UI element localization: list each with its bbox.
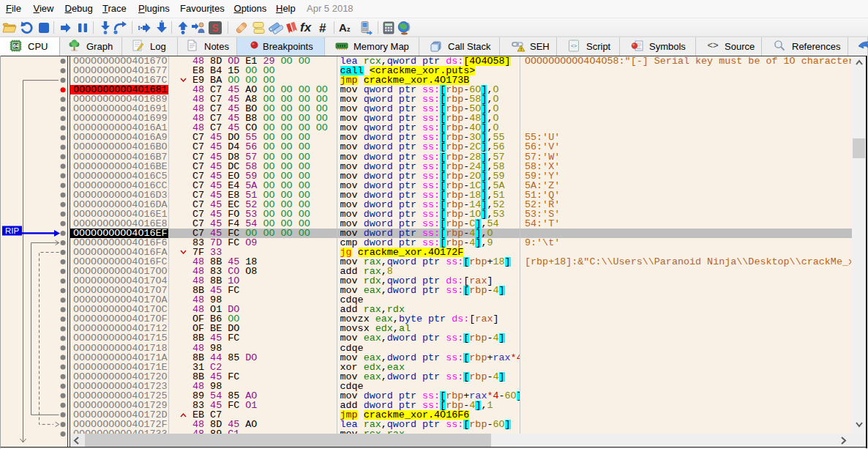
svg-text:RIP: RIP [5,226,20,235]
svg-text:S: S [212,22,218,34]
svg-text:#: # [319,21,326,35]
svg-text:<>: <> [571,43,577,48]
svg-text:<>: <> [707,40,718,51]
svg-text:A: A [339,21,347,34]
svg-text:64: 64 [13,43,19,48]
svg-text:!: ! [520,47,522,51]
svg-text:fx: fx [300,21,313,34]
svg-text:z: z [347,26,351,33]
